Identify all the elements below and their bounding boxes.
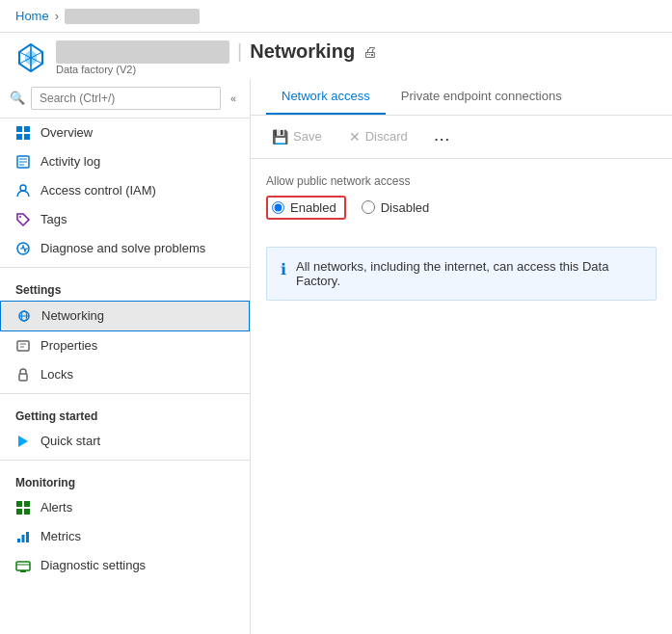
sidebar-item-label: Diagnose and solve problems [40, 241, 205, 255]
search-bar: 🔍 « [0, 79, 250, 119]
save-icon: 💾 [272, 129, 288, 145]
sidebar-item-label: Metrics [40, 529, 81, 543]
more-options-button[interactable]: ... [429, 125, 457, 147]
discard-button[interactable]: ✕ Discard [343, 125, 414, 148]
svg-rect-28 [22, 535, 25, 542]
getting-started-section-label: Getting started [0, 398, 250, 427]
sidebar-item-label: Access control (IAM) [40, 183, 156, 198]
sidebar-item-label: Diagnostic settings [40, 558, 146, 572]
sidebar-item-overview[interactable]: Overview [0, 119, 250, 147]
allow-network-label: Allow public network access [266, 174, 657, 188]
breadcrumb-resource [65, 8, 200, 24]
activity-log-icon [15, 154, 31, 170]
svg-rect-8 [24, 134, 30, 140]
collapse-button[interactable]: « [227, 91, 240, 106]
enabled-label: Enabled [290, 200, 336, 215]
breadcrumb-home[interactable]: Home [15, 9, 49, 23]
disabled-label: Disabled [381, 200, 430, 215]
tab-bar: Network access Private endpoint connecti… [251, 79, 672, 116]
sidebar-item-label: Properties [40, 338, 97, 353]
header-separator: | [237, 40, 242, 63]
public-access-radio-group: Enabled Disabled [266, 196, 657, 220]
monitoring-section-label: Monitoring [0, 464, 250, 493]
svg-rect-26 [24, 509, 30, 515]
sidebar-item-quickstart[interactable]: Quick start [0, 427, 250, 456]
svg-rect-25 [16, 509, 22, 515]
svg-rect-23 [16, 501, 22, 507]
svg-rect-29 [26, 532, 29, 542]
svg-rect-22 [19, 374, 27, 381]
breadcrumb: Home › [15, 8, 200, 24]
content-area: Network access Private endpoint connecti… [251, 79, 672, 634]
resource-subtitle: Data factory (V2) [56, 64, 377, 75]
sidebar-item-label: Alerts [40, 500, 72, 515]
search-input[interactable] [31, 87, 221, 110]
page-title: Networking [250, 40, 355, 63]
properties-icon [15, 338, 31, 354]
page-header: | Networking 🖨 Data factory (V2) [0, 33, 672, 79]
diagnostic-icon [15, 558, 31, 573]
svg-rect-32 [20, 570, 26, 572]
svg-rect-5 [16, 126, 22, 132]
disabled-option: Disabled [362, 200, 430, 215]
overview-icon [15, 125, 31, 141]
tab-private-endpoints[interactable]: Private endpoint connections [386, 79, 578, 115]
sidebar-item-label: Overview [40, 125, 93, 140]
info-icon: ℹ [281, 260, 286, 278]
sidebar-item-label: Tags [40, 212, 67, 226]
svg-rect-27 [17, 539, 20, 542]
sidebar-item-diagnose[interactable]: Diagnose and solve problems [0, 234, 250, 263]
adf-logo-icon [15, 42, 46, 73]
save-button[interactable]: 💾 Save [266, 125, 328, 148]
breadcrumb-separator: › [55, 9, 59, 23]
tags-icon [15, 212, 31, 227]
alerts-icon [15, 500, 31, 515]
sidebar-item-label: Networking [41, 308, 104, 323]
sidebar-item-properties[interactable]: Properties [0, 331, 250, 360]
svg-rect-19 [17, 341, 29, 351]
svg-point-14 [19, 216, 21, 218]
settings-section-label: Settings [0, 272, 250, 301]
discard-icon: ✕ [349, 129, 361, 145]
sidebar-item-label: Activity log [40, 154, 100, 169]
svg-rect-30 [16, 562, 30, 570]
header-title-section: | Networking 🖨 Data factory (V2) [56, 40, 377, 75]
diagnose-icon [15, 241, 31, 256]
svg-rect-6 [24, 126, 30, 132]
quickstart-icon [15, 434, 31, 449]
resource-name-blurred [56, 40, 229, 64]
print-button[interactable]: 🖨 [363, 43, 377, 60]
search-icon: 🔍 [10, 91, 25, 105]
disabled-radio[interactable] [362, 200, 375, 214]
top-bar: Home › [0, 0, 672, 33]
enabled-radio[interactable] [272, 201, 284, 214]
info-message-box: ℹ All networks, including the internet, … [266, 247, 657, 301]
toolbar: 💾 Save ✕ Discard ... [251, 116, 672, 159]
main-layout: 🔍 « Overview Activity log Access control… [0, 79, 672, 634]
svg-rect-7 [16, 134, 22, 140]
enabled-option: Enabled [266, 196, 346, 220]
iam-icon [15, 183, 31, 198]
sidebar-item-metrics[interactable]: Metrics [0, 522, 250, 551]
sidebar-item-tags[interactable]: Tags [0, 205, 250, 234]
info-text: All networks, including the internet, ca… [296, 259, 642, 288]
sidebar-item-label: Locks [40, 367, 73, 382]
network-settings-section: Allow public network access Enabled Disa… [251, 159, 672, 247]
sidebar-item-activity-log[interactable]: Activity log [0, 147, 250, 176]
locks-icon [15, 367, 31, 383]
sidebar-item-locks[interactable]: Locks [0, 360, 250, 389]
tab-network-access[interactable]: Network access [266, 79, 386, 115]
networking-icon [16, 308, 32, 324]
sidebar-item-label: Quick start [40, 434, 100, 448]
sidebar-item-networking[interactable]: Networking [0, 301, 250, 331]
sidebar-item-alerts[interactable]: Alerts [0, 493, 250, 522]
svg-rect-24 [24, 501, 30, 507]
svg-point-13 [20, 185, 26, 191]
sidebar-item-iam[interactable]: Access control (IAM) [0, 176, 250, 205]
sidebar: 🔍 « Overview Activity log Access control… [0, 79, 251, 634]
sidebar-item-diagnostic[interactable]: Diagnostic settings [0, 551, 250, 580]
metrics-icon [15, 529, 31, 544]
